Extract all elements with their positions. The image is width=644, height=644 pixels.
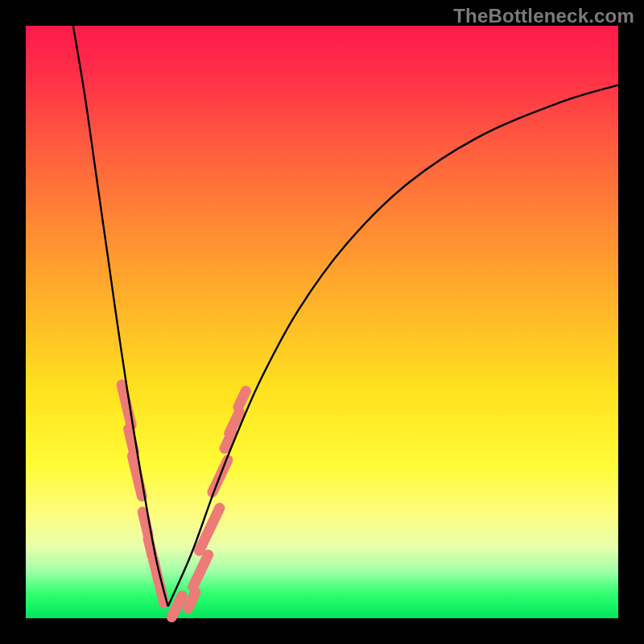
curve-left-branch <box>73 26 168 606</box>
curve-marker <box>171 596 182 617</box>
chart-svg <box>26 26 618 618</box>
curve-right-branch <box>168 85 618 607</box>
curve-marker <box>188 592 195 609</box>
marker-layer <box>122 385 246 617</box>
curve-marker <box>193 555 208 587</box>
curve-marker <box>200 508 220 551</box>
curve-marker <box>238 391 246 407</box>
watermark-text: TheBottleneck.com <box>453 5 634 27</box>
plot-area <box>26 26 618 618</box>
chart-frame: TheBottleneck.com <box>0 0 644 644</box>
